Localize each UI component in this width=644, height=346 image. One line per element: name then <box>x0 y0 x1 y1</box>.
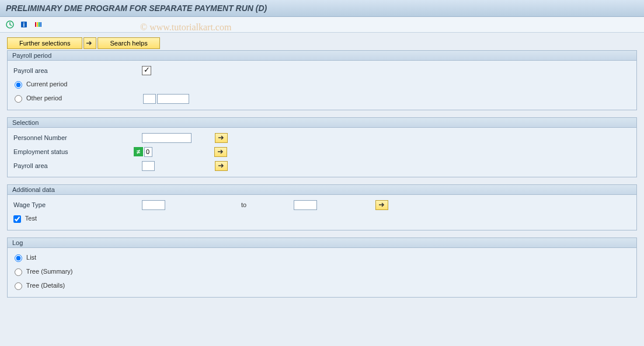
personnel-number-label: Personnel Number <box>13 134 142 141</box>
test-checkbox-label[interactable]: Test <box>13 215 37 223</box>
personnel-number-multi-icon[interactable] <box>215 133 228 143</box>
selection-payroll-area-input[interactable] <box>142 161 155 171</box>
selection-header: Selection <box>8 118 636 128</box>
to-label: to <box>241 201 294 208</box>
other-period-radio-label[interactable]: Other period <box>15 95 143 103</box>
svg-rect-3 <box>35 22 36 27</box>
svg-rect-5 <box>39 22 40 27</box>
employment-status-multi-icon[interactable] <box>214 147 227 157</box>
svg-rect-6 <box>40 22 41 27</box>
other-period-radio[interactable] <box>15 95 22 103</box>
current-period-radio-label[interactable]: Current period <box>15 81 67 89</box>
payroll-area-label: Payroll area <box>13 67 142 74</box>
other-period-input-1[interactable] <box>143 94 156 104</box>
test-checkbox[interactable] <box>13 215 21 223</box>
employment-status-input[interactable] <box>144 147 152 157</box>
log-tree-summary-text: Tree (Summary) <box>26 268 73 275</box>
payroll-period-header: Payroll period <box>8 51 636 61</box>
wage-type-from-input[interactable] <box>142 200 165 210</box>
payroll-area-checkbox-icon[interactable] <box>142 66 151 75</box>
log-tree-details-radio-label[interactable]: Tree (Details) <box>15 282 65 290</box>
not-equal-icon[interactable]: ≠ <box>134 147 143 156</box>
personnel-number-input[interactable] <box>142 133 192 143</box>
wage-type-label: Wage Type <box>13 201 142 208</box>
execute-icon[interactable] <box>5 19 15 30</box>
further-selections-button[interactable]: Further selections <box>7 37 82 49</box>
log-header: Log <box>8 238 636 248</box>
log-tree-summary-radio-label[interactable]: Tree (Summary) <box>15 268 73 276</box>
wage-type-multi-icon[interactable] <box>375 200 388 210</box>
log-tree-details-text: Tree (Details) <box>26 282 65 289</box>
current-period-text: Current period <box>26 81 67 88</box>
selection-payroll-area-label: Payroll area <box>13 162 142 169</box>
current-period-radio[interactable] <box>15 81 22 89</box>
toolbar: i <box>0 17 644 33</box>
log-group: Log List Tree (Summary) Tree (Details) <box>7 237 637 298</box>
layout-icon[interactable] <box>33 19 43 30</box>
payroll-period-group: Payroll period Payroll area Current peri… <box>7 50 637 110</box>
arrow-right-icon[interactable] <box>83 37 96 49</box>
payroll-area-multi-icon[interactable] <box>215 161 228 171</box>
selection-buttons-row: Further selections Search helps <box>7 37 637 49</box>
search-helps-button[interactable]: Search helps <box>98 37 159 49</box>
selection-group: Selection Personnel Number Employment st… <box>7 117 637 177</box>
info-icon[interactable]: i <box>19 19 29 30</box>
additional-data-group: Additional data Wage Type to Test <box>7 184 637 230</box>
log-tree-details-radio[interactable] <box>15 282 22 290</box>
wage-type-to-input[interactable] <box>294 200 317 210</box>
other-period-text: Other period <box>26 95 62 102</box>
employment-status-label: Employment status <box>13 148 134 155</box>
test-text: Test <box>25 215 37 222</box>
log-tree-summary-radio[interactable] <box>15 268 22 276</box>
log-list-radio-label[interactable]: List <box>15 254 36 262</box>
content-area: Further selections Search helps Payroll … <box>0 33 644 309</box>
log-list-radio[interactable] <box>15 254 22 262</box>
additional-data-header: Additional data <box>8 185 636 195</box>
page-title: PRELIMINARY DME PROGRAM FOR SEPARATE PAY… <box>6 4 638 13</box>
svg-text:i: i <box>23 22 25 28</box>
title-bar: PRELIMINARY DME PROGRAM FOR SEPARATE PAY… <box>0 0 644 17</box>
svg-rect-4 <box>37 22 38 27</box>
other-period-input-2[interactable] <box>157 94 189 104</box>
log-list-text: List <box>26 254 36 261</box>
